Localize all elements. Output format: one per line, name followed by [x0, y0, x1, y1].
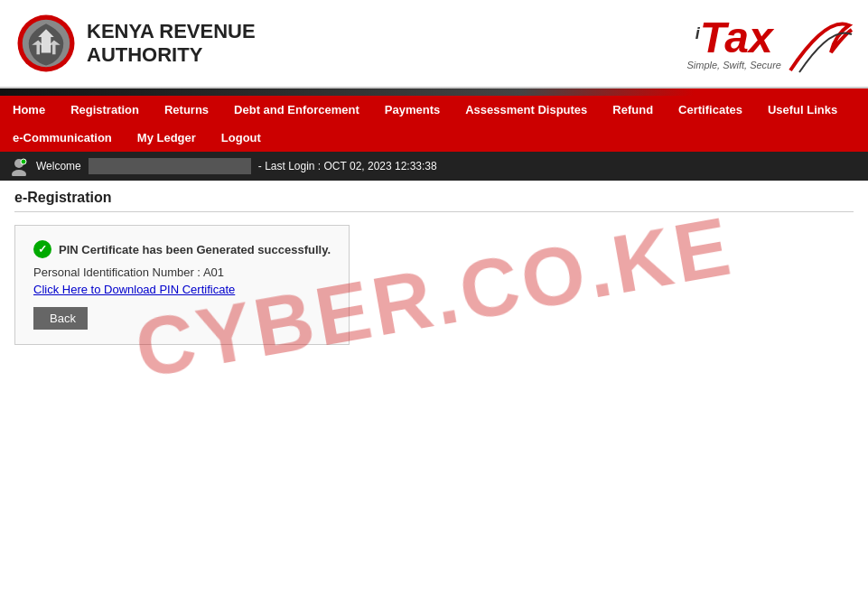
- user-icon: [9, 156, 29, 176]
- nav-refund[interactable]: Refund: [600, 96, 666, 124]
- main-nav: Home Registration Returns Debt and Enfor…: [0, 96, 868, 152]
- last-login-text: - Last Login : OCT 02, 2023 12:33:38: [258, 160, 437, 172]
- welcome-username-input[interactable]: [89, 158, 251, 174]
- nav-logout[interactable]: Logout: [209, 124, 274, 152]
- welcome-bar: Welcome - Last Login : OCT 02, 2023 12:3…: [0, 152, 868, 181]
- nav-assessment-disputes[interactable]: Assessment Disputes: [453, 96, 600, 124]
- header: Kenya Revenue Authority iTax Simple, Swi…: [0, 0, 868, 88]
- page-title: e-Registration: [14, 190, 854, 212]
- decorative-bar: [0, 88, 868, 96]
- nav-useful-links[interactable]: Useful Links: [755, 96, 850, 124]
- svg-point-4: [21, 159, 26, 164]
- nav-ecommunication[interactable]: e-Communication: [0, 124, 125, 152]
- itax-logo: iTax Simple, Swift, Secure: [686, 16, 781, 70]
- kra-name: Kenya Revenue Authority: [87, 20, 256, 68]
- nav-row-1: Home Registration Returns Debt and Enfor…: [0, 96, 868, 124]
- nav-registration[interactable]: Registration: [58, 96, 152, 124]
- itax-swoosh-icon: [781, 7, 854, 79]
- itax-brand-text: iTax: [695, 16, 773, 60]
- download-certificate-link[interactable]: Click Here to Download PIN Certificate: [33, 283, 235, 296]
- itax-logo-group: iTax Simple, Swift, Secure: [686, 7, 854, 79]
- nav-payments[interactable]: Payments: [372, 96, 453, 124]
- success-text: PIN Certificate has been Generated succe…: [59, 243, 331, 256]
- pin-number-line: Personal Identification Number : A01: [33, 265, 331, 279]
- kra-shield-icon: [14, 12, 78, 75]
- nav-home[interactable]: Home: [0, 96, 58, 124]
- success-header: ✓ PIN Certificate has been Generated suc…: [33, 240, 331, 258]
- nav-debt-enforcement[interactable]: Debt and Enforcement: [221, 96, 372, 124]
- nav-certificates[interactable]: Certificates: [666, 96, 755, 124]
- nav-row-2: e-Communication My Ledger Logout: [0, 124, 868, 152]
- download-link[interactable]: Click Here to Download PIN Certificate: [33, 283, 331, 296]
- back-button[interactable]: Back: [33, 307, 88, 330]
- svg-point-3: [12, 170, 26, 176]
- nav-returns[interactable]: Returns: [152, 96, 221, 124]
- success-check-icon: ✓: [33, 240, 51, 258]
- welcome-label: Welcome: [36, 160, 81, 172]
- nav-my-ledger[interactable]: My Ledger: [125, 124, 209, 152]
- kra-logo-group: Kenya Revenue Authority: [14, 12, 256, 75]
- success-message-box: ✓ PIN Certificate has been Generated suc…: [14, 225, 350, 345]
- page-content: e-Registration ✓ PIN Certificate has bee…: [0, 181, 868, 354]
